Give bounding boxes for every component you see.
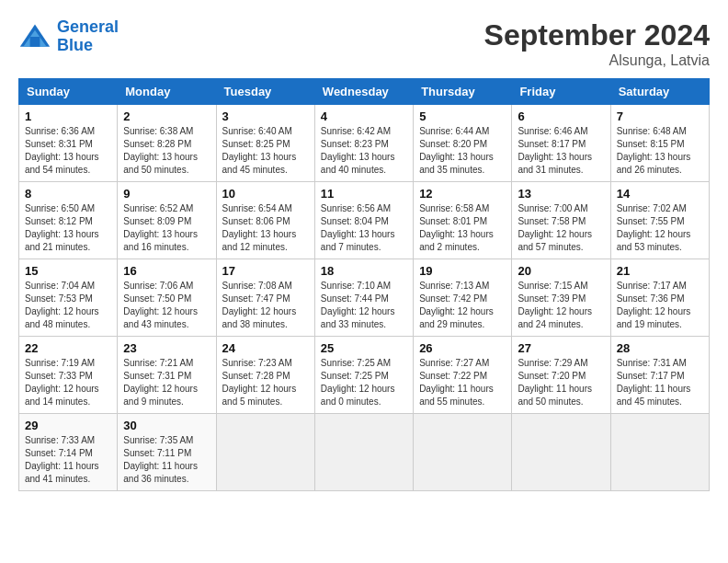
calendar-cell bbox=[314, 414, 413, 491]
day-number: 30 bbox=[123, 419, 210, 432]
day-info: Sunrise: 6:52 AM Sunset: 8:09 PM Dayligh… bbox=[123, 202, 210, 254]
calendar-cell: 14Sunrise: 7:02 AM Sunset: 7:55 PM Dayli… bbox=[610, 182, 709, 259]
location: Alsunga, Latvia bbox=[484, 52, 710, 69]
day-number: 7 bbox=[617, 109, 703, 123]
day-info: Sunrise: 6:42 AM Sunset: 8:23 PM Dayligh… bbox=[321, 125, 407, 177]
calendar-cell: 20Sunrise: 7:15 AM Sunset: 7:39 PM Dayli… bbox=[512, 259, 610, 337]
week-row-4: 29Sunrise: 7:33 AM Sunset: 7:14 PM Dayli… bbox=[19, 414, 710, 491]
header: General Blue September 2024 Alsunga, Lat… bbox=[18, 18, 710, 69]
logo: General Blue bbox=[18, 18, 119, 55]
weekday-header-monday: Monday bbox=[118, 79, 216, 105]
day-number: 25 bbox=[321, 341, 407, 355]
day-info: Sunrise: 7:23 AM Sunset: 7:28 PM Dayligh… bbox=[222, 357, 309, 408]
week-row-0: 1Sunrise: 6:36 AM Sunset: 8:31 PM Daylig… bbox=[19, 105, 710, 182]
day-number: 6 bbox=[518, 109, 604, 123]
day-info: Sunrise: 6:54 AM Sunset: 8:06 PM Dayligh… bbox=[222, 202, 309, 254]
calendar-cell: 1Sunrise: 6:36 AM Sunset: 8:31 PM Daylig… bbox=[19, 105, 118, 182]
day-number: 14 bbox=[617, 187, 703, 201]
day-info: Sunrise: 7:13 AM Sunset: 7:42 PM Dayligh… bbox=[419, 280, 506, 331]
day-number: 24 bbox=[222, 341, 309, 355]
day-info: Sunrise: 6:44 AM Sunset: 8:20 PM Dayligh… bbox=[419, 125, 506, 177]
calendar-cell: 10Sunrise: 6:54 AM Sunset: 8:06 PM Dayli… bbox=[216, 182, 314, 259]
day-number: 19 bbox=[419, 264, 506, 278]
day-info: Sunrise: 7:10 AM Sunset: 7:44 PM Dayligh… bbox=[321, 280, 407, 331]
calendar-cell: 19Sunrise: 7:13 AM Sunset: 7:42 PM Dayli… bbox=[414, 259, 512, 337]
calendar-cell: 15Sunrise: 7:04 AM Sunset: 7:53 PM Dayli… bbox=[19, 259, 118, 337]
calendar-cell: 18Sunrise: 7:10 AM Sunset: 7:44 PM Dayli… bbox=[314, 259, 413, 337]
day-number: 1 bbox=[25, 109, 111, 123]
day-number: 12 bbox=[419, 187, 506, 201]
calendar-cell: 22Sunrise: 7:19 AM Sunset: 7:33 PM Dayli… bbox=[19, 337, 118, 414]
logo-icon bbox=[18, 20, 51, 53]
day-info: Sunrise: 6:40 AM Sunset: 8:25 PM Dayligh… bbox=[222, 125, 309, 177]
calendar-cell: 27Sunrise: 7:29 AM Sunset: 7:20 PM Dayli… bbox=[512, 337, 610, 414]
calendar-cell: 23Sunrise: 7:21 AM Sunset: 7:31 PM Dayli… bbox=[118, 337, 216, 414]
day-number: 8 bbox=[25, 187, 111, 201]
day-number: 4 bbox=[321, 109, 407, 123]
week-row-2: 15Sunrise: 7:04 AM Sunset: 7:53 PM Dayli… bbox=[19, 259, 710, 337]
calendar-cell: 8Sunrise: 6:50 AM Sunset: 8:12 PM Daylig… bbox=[19, 182, 118, 259]
day-info: Sunrise: 6:56 AM Sunset: 8:04 PM Dayligh… bbox=[321, 202, 407, 254]
calendar-cell: 16Sunrise: 7:06 AM Sunset: 7:50 PM Dayli… bbox=[118, 259, 216, 337]
calendar-cell: 3Sunrise: 6:40 AM Sunset: 8:25 PM Daylig… bbox=[216, 105, 314, 182]
logo-blue: Blue bbox=[57, 36, 93, 54]
day-info: Sunrise: 7:21 AM Sunset: 7:31 PM Dayligh… bbox=[123, 357, 210, 408]
day-info: Sunrise: 6:58 AM Sunset: 8:01 PM Dayligh… bbox=[419, 202, 506, 254]
day-number: 17 bbox=[222, 264, 309, 278]
day-number: 27 bbox=[518, 341, 604, 355]
day-number: 22 bbox=[25, 341, 111, 355]
day-number: 16 bbox=[123, 264, 210, 278]
day-number: 21 bbox=[617, 264, 703, 278]
calendar-cell bbox=[216, 414, 314, 491]
day-info: Sunrise: 6:36 AM Sunset: 8:31 PM Dayligh… bbox=[25, 125, 111, 177]
day-info: Sunrise: 7:33 AM Sunset: 7:14 PM Dayligh… bbox=[25, 434, 111, 486]
calendar-cell: 21Sunrise: 7:17 AM Sunset: 7:36 PM Dayli… bbox=[610, 259, 709, 337]
svg-rect-2 bbox=[30, 37, 40, 47]
day-number: 26 bbox=[419, 341, 506, 355]
calendar-cell: 9Sunrise: 6:52 AM Sunset: 8:09 PM Daylig… bbox=[118, 182, 216, 259]
weekday-header-thursday: Thursday bbox=[414, 79, 512, 105]
day-number: 13 bbox=[518, 187, 604, 201]
calendar-cell: 6Sunrise: 6:46 AM Sunset: 8:17 PM Daylig… bbox=[512, 105, 610, 182]
calendar-cell: 29Sunrise: 7:33 AM Sunset: 7:14 PM Dayli… bbox=[19, 414, 118, 491]
day-info: Sunrise: 7:15 AM Sunset: 7:39 PM Dayligh… bbox=[518, 280, 604, 331]
calendar-cell: 12Sunrise: 6:58 AM Sunset: 8:01 PM Dayli… bbox=[414, 182, 512, 259]
day-info: Sunrise: 7:04 AM Sunset: 7:53 PM Dayligh… bbox=[25, 280, 111, 331]
calendar-cell: 30Sunrise: 7:35 AM Sunset: 7:11 PM Dayli… bbox=[118, 414, 216, 491]
calendar-cell: 11Sunrise: 6:56 AM Sunset: 8:04 PM Dayli… bbox=[314, 182, 413, 259]
day-info: Sunrise: 7:06 AM Sunset: 7:50 PM Dayligh… bbox=[123, 280, 210, 331]
calendar-cell: 7Sunrise: 6:48 AM Sunset: 8:15 PM Daylig… bbox=[610, 105, 709, 182]
day-info: Sunrise: 7:35 AM Sunset: 7:11 PM Dayligh… bbox=[123, 434, 210, 486]
day-number: 18 bbox=[321, 264, 407, 278]
day-info: Sunrise: 6:50 AM Sunset: 8:12 PM Dayligh… bbox=[25, 202, 111, 254]
weekday-header-friday: Friday bbox=[512, 79, 610, 105]
day-number: 28 bbox=[617, 341, 703, 355]
day-info: Sunrise: 7:27 AM Sunset: 7:22 PM Dayligh… bbox=[419, 357, 506, 408]
calendar-cell: 28Sunrise: 7:31 AM Sunset: 7:17 PM Dayli… bbox=[610, 337, 709, 414]
day-info: Sunrise: 7:17 AM Sunset: 7:36 PM Dayligh… bbox=[617, 280, 703, 331]
day-number: 15 bbox=[25, 264, 111, 278]
calendar-cell: 25Sunrise: 7:25 AM Sunset: 7:25 PM Dayli… bbox=[314, 337, 413, 414]
day-info: Sunrise: 7:08 AM Sunset: 7:47 PM Dayligh… bbox=[222, 280, 309, 331]
calendar-cell bbox=[512, 414, 610, 491]
day-number: 23 bbox=[123, 341, 210, 355]
calendar-cell: 2Sunrise: 6:38 AM Sunset: 8:28 PM Daylig… bbox=[118, 105, 216, 182]
day-info: Sunrise: 6:38 AM Sunset: 8:28 PM Dayligh… bbox=[123, 125, 210, 177]
day-number: 3 bbox=[222, 109, 309, 123]
day-info: Sunrise: 7:00 AM Sunset: 7:58 PM Dayligh… bbox=[518, 202, 604, 254]
day-number: 2 bbox=[123, 109, 210, 123]
weekday-header-row: SundayMondayTuesdayWednesdayThursdayFrid… bbox=[19, 79, 710, 105]
week-row-1: 8Sunrise: 6:50 AM Sunset: 8:12 PM Daylig… bbox=[19, 182, 710, 259]
calendar: SundayMondayTuesdayWednesdayThursdayFrid… bbox=[18, 78, 710, 491]
day-number: 9 bbox=[123, 187, 210, 201]
logo-general: General bbox=[57, 17, 119, 36]
month-title: September 2024 bbox=[484, 18, 710, 52]
day-info: Sunrise: 7:19 AM Sunset: 7:33 PM Dayligh… bbox=[25, 357, 111, 408]
day-info: Sunrise: 7:29 AM Sunset: 7:20 PM Dayligh… bbox=[518, 357, 604, 408]
day-info: Sunrise: 6:48 AM Sunset: 8:15 PM Dayligh… bbox=[617, 125, 703, 177]
calendar-cell: 13Sunrise: 7:00 AM Sunset: 7:58 PM Dayli… bbox=[512, 182, 610, 259]
weekday-header-saturday: Saturday bbox=[610, 79, 709, 105]
calendar-cell: 24Sunrise: 7:23 AM Sunset: 7:28 PM Dayli… bbox=[216, 337, 314, 414]
calendar-cell: 17Sunrise: 7:08 AM Sunset: 7:47 PM Dayli… bbox=[216, 259, 314, 337]
calendar-cell: 4Sunrise: 6:42 AM Sunset: 8:23 PM Daylig… bbox=[314, 105, 413, 182]
